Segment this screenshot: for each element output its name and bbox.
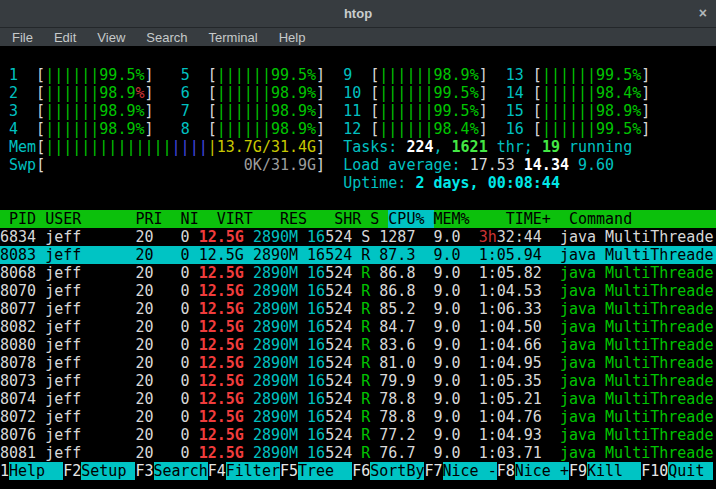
spacer xyxy=(154,390,163,408)
process-row-8077[interactable]: 8077 jeff 20 0 12.5G 2890M 16524 R 85.2 … xyxy=(0,300,716,318)
cpu-bar: |||||| xyxy=(542,66,596,84)
cpu-bar: |||||| xyxy=(217,84,271,102)
percent-sign: % xyxy=(470,84,479,102)
process-row-8081[interactable]: 8081 jeff 20 0 12.5G 2890M 16524 R 76.7 … xyxy=(0,444,716,462)
fn-button-kill[interactable]: F9Kill xyxy=(569,462,641,480)
menu-item-help[interactable]: Help xyxy=(269,30,317,45)
fn-button-nice-plus[interactable]: F8Nice + xyxy=(497,462,569,480)
process-priority: 20 xyxy=(126,282,153,300)
menu-item-edit[interactable]: Edit xyxy=(44,30,87,45)
process-state: R xyxy=(361,318,370,336)
process-command: java MultiThreade xyxy=(560,390,714,408)
process-pid: 6834 xyxy=(0,228,36,246)
process-shr-high: 16 xyxy=(307,426,325,444)
process-row-8080[interactable]: 8080 jeff 20 0 12.5G 2890M 16524 R 83.6 … xyxy=(0,336,716,354)
fn-button-search[interactable]: F3Search xyxy=(135,462,207,480)
spacer xyxy=(154,246,163,264)
process-row-8076[interactable]: 8076 jeff 20 0 12.5G 2890M 16524 R 77.2 … xyxy=(0,426,716,444)
spacer xyxy=(461,318,470,336)
process-nice: 0 xyxy=(163,246,190,264)
process-row-8068[interactable]: 8068 jeff 20 0 12.5G 2890M 16524 R 86.8 … xyxy=(0,264,716,282)
column-header-pid[interactable]: PID xyxy=(0,210,36,228)
process-priority: 20 xyxy=(126,264,153,282)
column-header-user[interactable]: USER xyxy=(45,210,126,228)
process-priority: 20 xyxy=(126,444,153,462)
spacer xyxy=(461,372,470,390)
column-header-command[interactable]: Command xyxy=(569,210,716,228)
spacer xyxy=(0,66,9,84)
process-nice: 0 xyxy=(163,282,190,300)
menu-item-view[interactable]: View xyxy=(87,30,136,45)
fn-button-nice-minus[interactable]: F7Nice - xyxy=(424,462,496,480)
process-state: S xyxy=(361,228,370,246)
process-shr-low: 524 xyxy=(325,372,352,390)
column-header-time[interactable]: TIME+ xyxy=(479,210,551,228)
process-shr-high: 16 xyxy=(307,318,325,336)
column-header-shr[interactable]: SHR xyxy=(316,210,361,228)
spacer xyxy=(244,390,253,408)
meter-close-bracket: ] xyxy=(479,66,488,84)
spacer xyxy=(154,444,163,462)
process-user: jeff xyxy=(45,408,126,426)
process-cpu-percent: 79.9 xyxy=(379,372,415,390)
fn-button-filter[interactable]: F4Filter xyxy=(208,462,280,480)
column-header-pri[interactable]: PRI xyxy=(135,210,162,228)
meter-close-bracket: ] xyxy=(316,120,325,138)
fn-button-tree[interactable]: F5Tree xyxy=(280,462,352,480)
menu-item-search[interactable]: Search xyxy=(136,30,198,45)
cpu-bar: |||||| xyxy=(217,120,271,138)
spacer xyxy=(190,282,199,300)
spacer xyxy=(461,444,470,462)
cpu-number: 9 xyxy=(343,66,361,84)
process-shr-high: 16 xyxy=(307,336,325,354)
spacer xyxy=(190,372,199,390)
fn-button-quit[interactable]: F10Quit xyxy=(641,462,713,480)
column-header-virt[interactable]: VIRT xyxy=(208,210,253,228)
spacer xyxy=(154,354,163,372)
process-user: jeff xyxy=(45,390,126,408)
process-row-8082[interactable]: 8082 jeff 20 0 12.5G 2890M 16524 R 84.7 … xyxy=(0,318,716,336)
column-header-ni[interactable]: NI xyxy=(172,210,199,228)
blank-line xyxy=(0,192,716,210)
meter-close-bracket: ] xyxy=(641,84,650,102)
cpu-bar: |||||| xyxy=(379,66,433,84)
spacer xyxy=(307,210,316,228)
menu-item-file[interactable]: File xyxy=(2,30,44,45)
fn-button-setup[interactable]: F2Setup xyxy=(63,462,135,480)
process-row-8078[interactable]: 8078 jeff 20 0 12.5G 2890M 16524 R 81.0 … xyxy=(0,354,716,372)
spacer xyxy=(370,228,379,246)
fn-button-help[interactable]: 1Help xyxy=(0,462,63,480)
process-virt: 12.5G xyxy=(199,354,244,372)
spacer xyxy=(36,372,45,390)
process-cpu-percent: 77.2 xyxy=(379,426,415,444)
fn-button-sortby[interactable]: F6SortBy xyxy=(352,462,424,480)
spacer xyxy=(370,426,379,444)
spacer xyxy=(470,318,479,336)
process-nice: 0 xyxy=(163,372,190,390)
spacer xyxy=(190,228,199,246)
spacer xyxy=(461,282,470,300)
process-row-8074[interactable]: 8074 jeff 20 0 12.5G 2890M 16524 R 78.8 … xyxy=(0,390,716,408)
cpu-bar: |||||| xyxy=(45,66,99,84)
process-row-6834[interactable]: 6834 jeff 20 0 12.5G 2890M 16524 S 1287 … xyxy=(0,228,716,246)
spacer xyxy=(154,408,163,426)
process-row-8073[interactable]: 8073 jeff 20 0 12.5G 2890M 16524 R 79.9 … xyxy=(0,372,716,390)
spacer xyxy=(470,264,479,282)
process-shr-high: 16 xyxy=(307,246,325,264)
meter-close-bracket: ] xyxy=(316,138,325,156)
menu-item-terminal[interactable]: Terminal xyxy=(199,30,269,45)
process-row-8070[interactable]: 8070 jeff 20 0 12.5G 2890M 16524 R 86.8 … xyxy=(0,282,716,300)
process-virt: 12.5G xyxy=(199,444,244,462)
process-row-8083[interactable]: 8083 jeff 20 0 12.5G 2890M 16524 R 87.3 … xyxy=(0,246,716,264)
column-header-res[interactable]: RES xyxy=(262,210,307,228)
spacer xyxy=(36,354,45,372)
fn-key-number: F2 xyxy=(63,462,81,480)
process-row-8072[interactable]: 8072 jeff 20 0 12.5G 2890M 16524 R 78.8 … xyxy=(0,408,716,426)
column-header-mem[interactable]: MEM% xyxy=(434,210,470,228)
spacer xyxy=(298,354,307,372)
column-header-cpu[interactable]: CPU% xyxy=(388,210,433,228)
spacer xyxy=(370,408,379,426)
column-header-s[interactable]: S xyxy=(370,210,379,228)
meter-open-bracket: [ xyxy=(199,102,217,120)
close-icon[interactable]: × xyxy=(699,5,707,21)
